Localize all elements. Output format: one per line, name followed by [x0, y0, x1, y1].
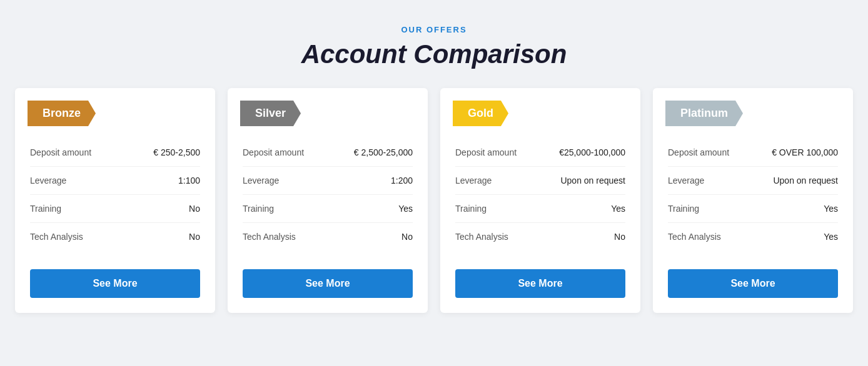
see-more-button-gold[interactable]: See More [455, 269, 625, 298]
row-label: Deposit amount [243, 147, 304, 157]
table-row: Tech AnalysisNo [243, 223, 413, 250]
row-value: Yes [398, 204, 413, 214]
table-row: LeverageUpon on request [668, 167, 838, 195]
row-label: Leverage [455, 176, 492, 185]
row-value: No [189, 204, 200, 214]
row-value: Yes [611, 204, 625, 214]
row-value: € OVER 100,000 [772, 147, 838, 157]
table-row: TrainingYes [455, 195, 625, 223]
table-row: Tech AnalysisYes [668, 223, 838, 250]
badge-gold: Gold [453, 101, 508, 126]
table-row: LeverageUpon on request [455, 167, 625, 195]
card-gold: GoldDeposit amount€25,000-100,000Leverag… [440, 88, 640, 313]
table-row: Leverage1:100 [30, 167, 200, 195]
row-label: Deposit amount [668, 147, 729, 157]
row-value: 1:200 [391, 176, 413, 185]
row-label: Tech Analysis [455, 232, 508, 242]
badge-platinum: Platinum [665, 101, 743, 126]
table-row: TrainingYes [243, 195, 413, 223]
page-title: Account Comparison [301, 39, 567, 69]
row-label: Leverage [30, 176, 66, 185]
row-label: Leverage [668, 176, 704, 185]
row-label: Training [30, 204, 61, 214]
card-content-gold: Deposit amount€25,000-100,000LeverageUpo… [440, 126, 640, 263]
badge-silver: Silver [240, 101, 301, 126]
card-content-platinum: Deposit amount€ OVER 100,000LeverageUpon… [653, 126, 853, 263]
row-value: Upon on request [560, 176, 625, 185]
row-value: Upon on request [773, 176, 838, 185]
table-row: Deposit amount€ OVER 100,000 [668, 139, 838, 167]
row-label: Tech Analysis [30, 232, 83, 242]
row-value: € 2,500-25,000 [354, 147, 413, 157]
table-row: Deposit amount€ 250-2,500 [30, 139, 200, 167]
card-content-silver: Deposit amount€ 2,500-25,000Leverage1:20… [228, 126, 428, 263]
row-label: Deposit amount [30, 147, 91, 157]
table-row: TrainingYes [668, 195, 838, 223]
row-value: €25,000-100,000 [559, 147, 625, 157]
row-label: Leverage [243, 176, 279, 185]
table-row: TrainingNo [30, 195, 200, 223]
see-more-button-platinum[interactable]: See More [668, 269, 838, 298]
row-value: No [401, 232, 413, 242]
row-value: No [614, 232, 625, 242]
see-more-button-bronze[interactable]: See More [30, 269, 200, 298]
table-row: Leverage1:200 [243, 167, 413, 195]
row-value: No [189, 232, 200, 242]
section-label: OUR OFFERS [301, 25, 567, 34]
card-silver: SilverDeposit amount€ 2,500-25,000Levera… [228, 88, 428, 313]
see-more-button-silver[interactable]: See More [243, 269, 413, 298]
row-label: Training [668, 204, 699, 214]
table-row: Deposit amount€25,000-100,000 [455, 139, 625, 167]
page-header: OUR OFFERS Account Comparison [301, 25, 567, 69]
card-bronze: BronzeDeposit amount€ 250-2,500Leverage1… [15, 88, 215, 313]
table-row: Deposit amount€ 2,500-25,000 [243, 139, 413, 167]
row-value: € 250-2,500 [153, 147, 200, 157]
row-label: Training [455, 204, 487, 214]
badge-bronze: Bronze [28, 101, 96, 126]
row-label: Tech Analysis [668, 232, 721, 242]
row-value: Yes [824, 204, 838, 214]
row-label: Training [243, 204, 274, 214]
table-row: Tech AnalysisNo [455, 223, 625, 250]
row-label: Tech Analysis [243, 232, 296, 242]
row-label: Deposit amount [455, 147, 517, 157]
row-value: 1:100 [178, 176, 200, 185]
table-row: Tech AnalysisNo [30, 223, 200, 250]
row-value: Yes [824, 232, 838, 242]
cards-container: BronzeDeposit amount€ 250-2,500Leverage1… [15, 88, 853, 313]
card-content-bronze: Deposit amount€ 250-2,500Leverage1:100Tr… [15, 126, 215, 263]
card-platinum: PlatinumDeposit amount€ OVER 100,000Leve… [653, 88, 853, 313]
